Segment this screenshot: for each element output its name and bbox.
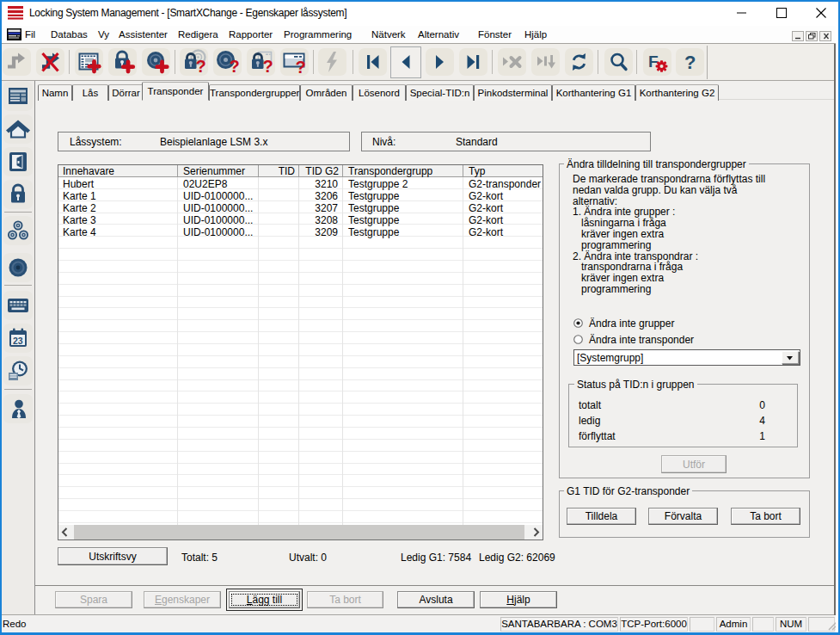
svg-text:?: ? (296, 58, 306, 76)
svg-text:?: ? (263, 57, 273, 76)
svg-text:?: ? (684, 52, 696, 73)
svg-text:?: ? (230, 57, 240, 76)
svg-text:F: F (648, 52, 659, 71)
svg-text:23: 23 (13, 336, 23, 346)
svg-text:?: ? (196, 57, 206, 76)
